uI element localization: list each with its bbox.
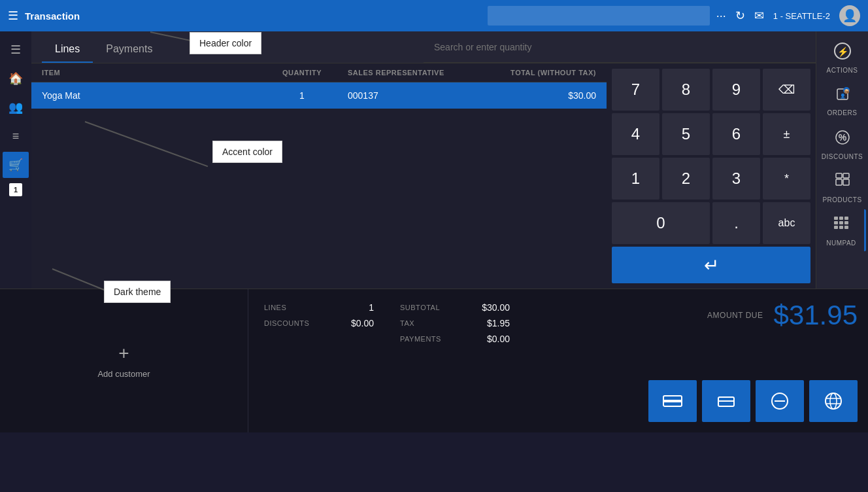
lines-value: 1 (335, 302, 374, 313)
numpad-abc[interactable]: abc (763, 202, 810, 244)
numpad-7[interactable]: 7 (612, 69, 659, 111)
numpad-5[interactable]: 5 (662, 113, 710, 155)
sidebar-numpad[interactable]: NUMPAD (819, 209, 866, 251)
avatar[interactable]: 👤 (839, 5, 860, 26)
cart-badge: 1 (9, 183, 22, 196)
numpad-2[interactable]: 2 (662, 158, 710, 200)
svg-rect-13 (839, 217, 843, 220)
sidebar-discounts[interactable]: % DISCOUNTS (819, 123, 866, 165)
item-total: $30.00 (478, 90, 596, 101)
numpad-enter[interactable]: ↵ (612, 247, 810, 283)
more-icon[interactable]: ··· (716, 9, 726, 23)
actions-label: ACTIONS (827, 67, 858, 74)
customer-section[interactable]: + Add customer (0, 289, 248, 432)
svg-point-28 (830, 393, 837, 409)
payment-global-btn[interactable] (809, 380, 858, 422)
search-bar (424, 31, 816, 63)
lines-area: ITEM QUANTITY SALES REPRESENTATIVE TOTAL… (31, 63, 607, 289)
numpad-grid: 7 8 9 ⌫ 4 5 6 ± 1 2 3 * 0 . abc (612, 69, 810, 283)
refresh-icon[interactable]: ↻ (735, 9, 745, 23)
numpad-dot[interactable]: . (712, 202, 760, 244)
sidebar-item-menu[interactable]: ☰ (3, 37, 29, 63)
table-row[interactable]: Yoga Mat 1 000137 $30.00 (31, 82, 607, 109)
numpad-area: 7 8 9 ⌫ 4 5 6 ± 1 2 3 * 0 . abc (607, 63, 816, 289)
col-total: TOTAL (WITHOUT TAX) (478, 69, 596, 77)
svg-rect-11 (843, 173, 849, 178)
discounts-icon: % (833, 128, 852, 150)
svg-text:👤: 👤 (839, 93, 845, 99)
top-bar: ☰ Transaction ··· ↻ ✉ 1 - SEATTLE-2 👤 (0, 0, 868, 31)
numpad-3[interactable]: 3 (712, 158, 760, 200)
sidebar-item-list[interactable]: ≡ (3, 123, 29, 149)
numpad-multiply[interactable]: * (763, 158, 810, 200)
sidebar-products[interactable]: PRODUCTS (819, 166, 866, 208)
svg-text:⚡: ⚡ (837, 46, 848, 58)
quantity-search-input[interactable] (434, 42, 805, 52)
products-icon (833, 171, 852, 194)
col-item: ITEM (42, 69, 256, 77)
right-sidebar: ⚡ ACTIONS 📦 👤 ORDERS (816, 31, 868, 289)
numpad-0[interactable]: 0 (612, 202, 710, 244)
tab-payments[interactable]: Payments (93, 37, 165, 63)
table-rows: Yoga Mat 1 000137 $30.00 (31, 82, 607, 289)
lines-row: LINES 1 (264, 302, 374, 313)
actions-icon: ⚡ (833, 42, 852, 64)
sidebar-item-cart[interactable]: 🛒 (3, 152, 29, 178)
tax-value: $1.95 (471, 318, 510, 328)
sidebar-orders[interactable]: 📦 👤 ORDERS (819, 80, 866, 122)
message-icon[interactable]: ✉ (754, 9, 764, 23)
add-customer-icon: + (118, 343, 129, 364)
svg-rect-16 (839, 221, 843, 224)
numpad-plusminus[interactable]: ± (763, 113, 810, 155)
svg-rect-14 (844, 217, 848, 220)
payment-credit-btn[interactable] (702, 380, 750, 422)
tax-row: TAX $1.95 (400, 318, 510, 328)
app-title: Transaction (25, 10, 481, 22)
products-label: PRODUCTS (822, 196, 861, 203)
svg-rect-10 (836, 173, 842, 178)
tabs-bar: Lines Payments (31, 31, 424, 63)
discounts-label: DISCOUNTS (822, 153, 863, 160)
numpad-backspace[interactable]: ⌫ (763, 69, 810, 111)
discounts-value: $0.00 (335, 318, 374, 328)
top-bar-icons: ··· ↻ ✉ 1 - SEATTLE-2 👤 (716, 5, 860, 26)
payment-card-btn[interactable] (648, 380, 697, 422)
discounts-label: DISCOUNTS (264, 319, 329, 327)
main-layout: ☰ 🏠 👥 ≡ 🛒 1 Lines Payments (0, 31, 868, 289)
item-name: Yoga Mat (42, 90, 256, 101)
svg-rect-18 (834, 226, 838, 229)
numpad-9[interactable]: 9 (712, 69, 760, 111)
orders-label: ORDERS (827, 109, 858, 116)
sidebar-actions[interactable]: ⚡ ACTIONS (819, 37, 866, 79)
tab-lines[interactable]: Lines (42, 37, 93, 63)
menu-icon[interactable]: ☰ (8, 9, 18, 23)
numpad-4[interactable]: 4 (612, 113, 659, 155)
amount-due-row: AMOUNT DUE $31.95 (604, 300, 858, 331)
svg-rect-17 (844, 221, 848, 224)
numpad-8[interactable]: 8 (662, 69, 710, 111)
numpad-1[interactable]: 1 (612, 158, 659, 200)
sidebar-item-home[interactable]: 🏠 (3, 65, 29, 92)
item-sales-rep: 000137 (348, 90, 478, 101)
summary-right: SUBTOTAL $30.00 TAX $1.95 PAYMENTS $0.00 (400, 302, 510, 419)
table-header: ITEM QUANTITY SALES REPRESENTATIVE TOTAL… (31, 63, 607, 82)
col-sales-rep: SALES REPRESENTATIVE (348, 69, 478, 77)
bottom-area: + Add customer LINES 1 DISCOUNTS $0.00 S… (0, 289, 868, 432)
payments-label: PAYMENTS (400, 335, 465, 343)
numpad-6[interactable]: 6 (712, 113, 760, 155)
amount-section: AMOUNT DUE $31.95 (593, 289, 868, 432)
svg-point-27 (826, 393, 841, 409)
orders-icon: 📦 👤 (833, 85, 852, 107)
payment-buttons (604, 380, 858, 422)
summary-left: LINES 1 DISCOUNTS $0.00 (264, 302, 374, 419)
discounts-row: DISCOUNTS $0.00 (264, 318, 374, 328)
subtotal-label: SUBTOTAL (400, 304, 465, 311)
payment-circle-btn[interactable] (756, 380, 804, 422)
svg-rect-19 (839, 226, 843, 229)
svg-rect-12 (834, 217, 838, 220)
col-quantity: QUANTITY (256, 69, 348, 77)
payments-value: $0.00 (471, 334, 510, 344)
sidebar-item-users[interactable]: 👥 (3, 94, 29, 120)
top-search-input[interactable] (488, 6, 710, 26)
subtotal-row: SUBTOTAL $30.00 (400, 302, 510, 313)
